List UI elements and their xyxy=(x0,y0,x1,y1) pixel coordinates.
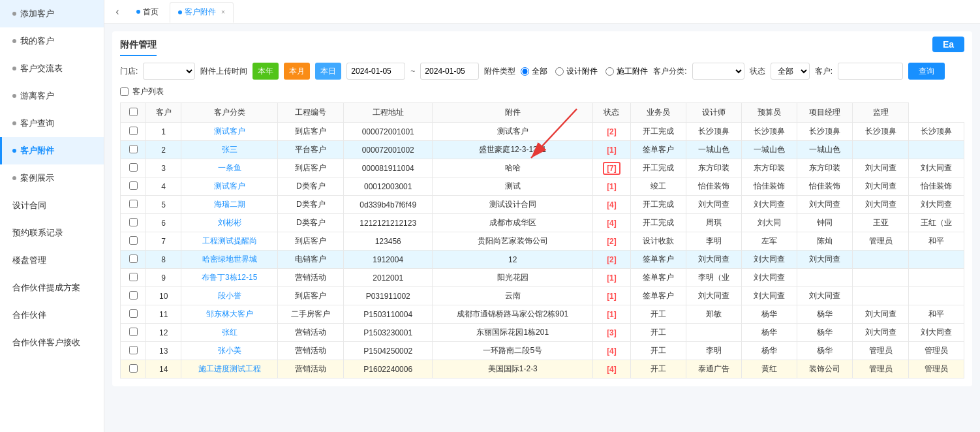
row-attachment[interactable]: [1] xyxy=(593,287,630,305)
row-attachment[interactable]: [2] xyxy=(593,232,630,251)
customer-link[interactable]: 布鲁丁3栋12-15 xyxy=(202,273,257,282)
sidebar-item-wandering-customer[interactable]: 游离客户 xyxy=(0,82,104,110)
attachment-count[interactable]: [1] xyxy=(607,146,617,155)
row-category: 营销活动 xyxy=(278,360,344,378)
day-button[interactable]: 本日 xyxy=(315,63,341,80)
attachment-count[interactable]: [4] xyxy=(607,347,617,356)
row-number: 1 xyxy=(146,123,181,141)
row-checkbox[interactable] xyxy=(129,255,138,263)
row-attachment[interactable]: [1] xyxy=(593,269,630,287)
table-header-checkbox[interactable] xyxy=(129,108,138,116)
tab-close-button[interactable]: × xyxy=(221,8,225,16)
sidebar-item-customer-query[interactable]: 客户查询 xyxy=(0,110,104,137)
sidebar-item-partner-proposal[interactable]: 合作伙伴提成方案 xyxy=(0,274,104,301)
date-end-input[interactable] xyxy=(420,63,479,80)
sidebar-item-partner-customer-receive[interactable]: 合作伙伴客户接收 xyxy=(0,329,104,356)
tab-home[interactable]: 首页 xyxy=(128,1,167,22)
customer-link[interactable]: 测试客户 xyxy=(214,127,245,136)
customer-link[interactable]: 张红 xyxy=(222,328,237,337)
row-attachment[interactable]: [1] xyxy=(593,141,630,159)
row-customer: 张小美 xyxy=(181,342,278,360)
date-start-input[interactable] xyxy=(346,63,405,80)
sidebar-item-label: 游离客户 xyxy=(20,90,54,102)
customer-link[interactable]: 海瑞二期 xyxy=(214,200,245,209)
row-checkbox[interactable] xyxy=(129,236,138,245)
attachment-count[interactable]: [4] xyxy=(607,219,617,228)
sidebar-item-property-manage[interactable]: 楼盘管理 xyxy=(0,247,104,274)
attachment-count[interactable]: [1] xyxy=(607,292,617,301)
row-attachment[interactable]: [1] xyxy=(593,177,630,196)
customer-input[interactable] xyxy=(838,63,903,80)
row-attachment[interactable]: [1] xyxy=(593,305,630,324)
attachment-count[interactable]: [7] xyxy=(603,162,620,175)
sidebar-item-my-customer[interactable]: 我的客户 xyxy=(0,27,104,55)
select-all-checkbox[interactable] xyxy=(120,87,129,96)
tab-back-button[interactable]: ‹ xyxy=(110,4,125,20)
row-checkbox[interactable] xyxy=(129,291,138,300)
month-button[interactable]: 本月 xyxy=(284,63,310,80)
customer-link[interactable]: 段小誉 xyxy=(218,291,241,300)
row-checkbox[interactable] xyxy=(129,273,138,281)
attachment-count[interactable]: [4] xyxy=(607,200,617,209)
attachment-count[interactable]: [1] xyxy=(607,310,617,319)
customer-link[interactable]: 张小美 xyxy=(218,346,241,355)
sidebar-item-appointment-record[interactable]: 预约联系记录 xyxy=(0,219,104,247)
status-label: 状态 xyxy=(750,66,765,77)
sidebar-item-design-contract[interactable]: 设计合同 xyxy=(0,192,104,219)
row-attachment[interactable]: [4] xyxy=(593,360,630,378)
attachment-count[interactable]: [2] xyxy=(607,255,617,264)
row-status: 开工完成 xyxy=(630,159,686,177)
attachment-count[interactable]: [3] xyxy=(607,328,617,337)
sidebar-item-partner[interactable]: 合作伙伴 xyxy=(0,301,104,329)
row-checkbox[interactable] xyxy=(129,309,138,318)
customer-link[interactable]: 测试客户 xyxy=(214,181,245,191)
row-attachment[interactable]: [2] xyxy=(593,123,630,141)
tab-customer-attachment[interactable]: 客户附件× xyxy=(170,2,234,23)
row-checkbox[interactable] xyxy=(129,364,138,373)
row-checkbox[interactable] xyxy=(129,181,138,190)
customer-link[interactable]: 哈密绿地世界城 xyxy=(202,255,257,264)
status-select[interactable]: 全部 xyxy=(771,63,810,80)
row-checkbox[interactable] xyxy=(129,145,138,153)
row-checkbox[interactable] xyxy=(129,328,138,336)
sidebar-item-customer-exchange[interactable]: 客户交流表 xyxy=(0,55,104,82)
query-button[interactable]: 查询 xyxy=(908,63,945,80)
radio-construction[interactable]: 施工附件 xyxy=(605,66,648,77)
attachment-count[interactable]: [2] xyxy=(607,237,617,246)
attachment-count[interactable]: [4] xyxy=(607,365,617,374)
sidebar-item-case-show[interactable]: 案例展示 xyxy=(0,164,104,192)
customer-link[interactable]: 施工进度测试工程 xyxy=(198,364,261,373)
attachment-count[interactable]: [1] xyxy=(607,182,617,191)
row-checkbox[interactable] xyxy=(129,346,138,354)
radio-all[interactable]: 全部 xyxy=(521,66,547,77)
row-checkbox[interactable] xyxy=(129,200,138,208)
sidebar-item-add-customer[interactable]: 添加客户 xyxy=(0,0,104,27)
row-attachment[interactable]: [4] xyxy=(593,196,630,214)
row-number: 10 xyxy=(146,287,181,305)
ea-button[interactable]: Ea xyxy=(932,37,964,52)
row-attachment[interactable]: [7] xyxy=(593,159,630,177)
sidebar-item-customer-attachment[interactable]: 客户附件 xyxy=(0,137,104,164)
year-button[interactable]: 本年 xyxy=(253,63,279,80)
customer-link[interactable]: 工程测试提醒尚 xyxy=(202,236,257,245)
row-category: 到店客户 xyxy=(278,159,344,177)
row-attachment[interactable]: [4] xyxy=(593,342,630,360)
row-attachment[interactable]: [3] xyxy=(593,324,630,342)
radio-design[interactable]: 设计附件 xyxy=(555,66,598,77)
attachment-count[interactable]: [1] xyxy=(607,273,617,283)
customer-link[interactable]: 张三 xyxy=(222,145,237,154)
customer-link[interactable]: 一条鱼 xyxy=(218,163,241,172)
customer-link[interactable]: 邹东林大客户 xyxy=(206,309,253,318)
customer-link[interactable]: 刘彬彬 xyxy=(218,218,241,227)
row-attachment[interactable]: [2] xyxy=(593,251,630,269)
category-select[interactable] xyxy=(692,63,744,80)
row-checkbox[interactable] xyxy=(129,163,138,172)
customer-label: 客户: xyxy=(815,66,833,77)
row-designer: 长沙顶鼻 xyxy=(742,123,797,141)
store-select[interactable] xyxy=(143,63,195,80)
row-checkbox[interactable] xyxy=(129,127,138,135)
row-attachment[interactable]: [4] xyxy=(593,214,630,232)
attachment-count[interactable]: [2] xyxy=(607,127,617,136)
type-label: 附件类型 xyxy=(484,66,515,77)
row-checkbox[interactable] xyxy=(129,218,138,226)
